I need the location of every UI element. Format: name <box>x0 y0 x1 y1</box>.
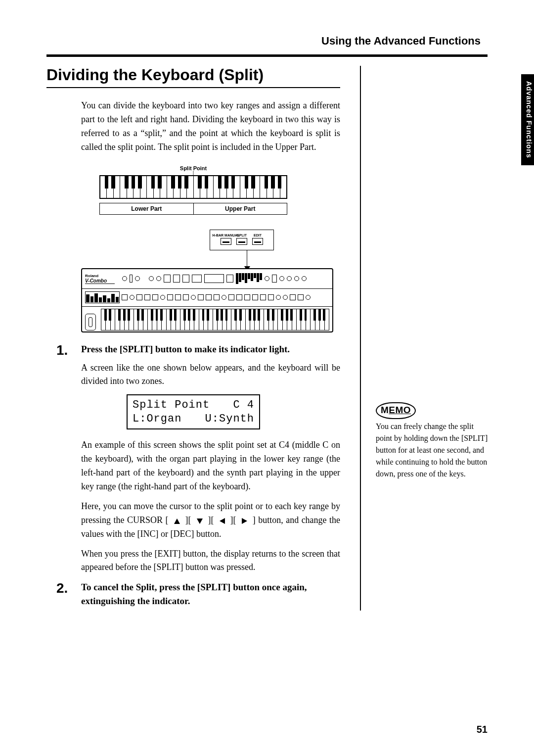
knob-icon <box>130 295 134 300</box>
knob-icon <box>287 276 292 281</box>
sq-icon <box>183 294 189 300</box>
knob-icon <box>135 276 140 281</box>
cursor-up-icon <box>174 519 180 524</box>
keyboard-split-diagram: Split Point │ Lower Part Upper Part <box>99 165 287 215</box>
small-box-icon <box>272 275 277 283</box>
step-number-2: 2. <box>56 580 81 596</box>
small-box-icon <box>226 275 233 283</box>
sq-icon <box>136 294 142 300</box>
lcd-line2-right: U:Synth <box>205 412 254 426</box>
knob-icon <box>122 276 127 281</box>
sq-icon <box>228 294 234 300</box>
step-1-paragraph-4: When you press the [EXIT] button, the di… <box>81 547 340 575</box>
step-1-heading: Press the [SPLIT] button to make its ind… <box>81 342 340 356</box>
step-2-heading: To cancel the Split, press the [SPLIT] b… <box>81 580 340 608</box>
step-1-paragraph-1: A screen like the one shown below appear… <box>81 361 340 389</box>
edit-button-icon <box>252 238 263 245</box>
cursor-left-icon <box>220 518 225 524</box>
pitch-wheel-icon <box>85 314 96 331</box>
small-box-icon <box>164 275 171 283</box>
document-page: Using the Advanced Functions Advanced Fu… <box>0 0 534 756</box>
small-box-icon <box>192 275 202 283</box>
memo-text: You can freely change the split point by… <box>376 421 490 480</box>
knob-icon <box>294 276 299 281</box>
fader-group-icon <box>85 291 120 303</box>
sq-icon <box>298 294 304 300</box>
sq-icon <box>198 294 204 300</box>
drawbar-group-icon <box>236 273 262 284</box>
memo-block: MEMO You can freely change the split poi… <box>376 402 490 480</box>
lcd-line1-left: Split Point <box>133 398 210 412</box>
text: ][ <box>230 515 236 525</box>
small-box-icon <box>173 275 180 283</box>
sq-icon <box>268 294 274 300</box>
button-callout <box>210 230 274 250</box>
content-columns: Dividing the Keyboard (Split) You can di… <box>44 66 490 611</box>
knob-icon <box>156 276 161 281</box>
hbar-manual-button-icon <box>221 238 231 245</box>
split-button-icon <box>236 238 247 245</box>
small-box-icon <box>182 275 189 283</box>
intro-paragraph: You can divide the keyboard into two key… <box>81 99 340 154</box>
synth-mid-panel <box>82 289 332 307</box>
chapter-header: Using the Advanced Functions <box>44 35 481 47</box>
step-1: 1. Press the [SPLIT] button to make its … <box>56 342 340 358</box>
synth-logo: Roland V-Combo <box>85 269 120 288</box>
small-box-icon <box>130 275 133 283</box>
sq-icon <box>214 294 220 300</box>
header-rule <box>46 54 488 57</box>
mini-keyboard-graphic <box>101 309 329 331</box>
sq-icon <box>175 294 181 300</box>
knob-icon <box>306 295 311 300</box>
keyboard-graphic <box>99 175 287 199</box>
knob-icon <box>191 295 196 300</box>
brand-label: Roland <box>85 274 120 278</box>
section-title: Dividing the Keyboard (Split) <box>46 66 340 88</box>
side-tab-advanced-functions: Advanced Functions <box>521 74 534 165</box>
knob-icon <box>160 295 165 300</box>
memo-label-text: MEMO <box>381 405 411 415</box>
step-2: 2. To cancel the Split, press the [SPLIT… <box>56 580 340 608</box>
knob-icon <box>302 276 307 281</box>
callout-pointer-icon <box>247 250 248 270</box>
cursor-down-icon <box>197 519 203 524</box>
lcd-screen-display: Split Point C 4 L:Organ U:Synth <box>127 394 260 429</box>
knob-icon <box>279 276 284 281</box>
upper-part-label: Upper Part <box>194 203 287 214</box>
sq-icon <box>236 294 242 300</box>
step-1-paragraph-2: An example of this screen shows the spli… <box>81 438 340 494</box>
knob-icon <box>283 295 288 300</box>
text: ][ <box>185 515 191 525</box>
sq-icon <box>290 294 296 300</box>
knob-icon <box>276 295 281 300</box>
sq-icon <box>122 294 128 300</box>
lcd-line2-left: L:Organ <box>133 412 181 426</box>
part-labels: Lower Part Upper Part <box>99 203 287 215</box>
sq-icon <box>244 294 250 300</box>
lcd-icon <box>204 274 224 283</box>
knob-icon <box>149 276 154 281</box>
sq-icon <box>260 294 266 300</box>
step-number-1: 1. <box>56 342 81 358</box>
cursor-right-icon <box>242 518 247 524</box>
sq-icon <box>144 294 150 300</box>
side-column: MEMO You can freely change the split poi… <box>361 66 490 611</box>
lcd-line1-right: C 4 <box>233 398 254 412</box>
sq-icon <box>152 294 158 300</box>
sq-icon <box>252 294 258 300</box>
step-1-paragraph-3: Here, you can move the cursor to the spl… <box>81 500 340 541</box>
synth-body: Roland V-Combo <box>81 268 333 332</box>
model-label: V-Combo <box>85 278 115 284</box>
main-column: Dividing the Keyboard (Split) You can di… <box>44 66 361 611</box>
knob-icon <box>265 276 269 281</box>
lower-part-label: Lower Part <box>100 203 194 214</box>
text: ][ <box>208 515 214 525</box>
sq-icon <box>167 294 173 300</box>
sq-icon <box>206 294 212 300</box>
synth-top-panel: Roland V-Combo <box>82 269 332 289</box>
synth-keys-row <box>82 307 332 332</box>
synth-panel-illustration: Roland V-Combo <box>81 230 340 332</box>
knob-icon <box>222 295 226 300</box>
memo-label: MEMO <box>376 402 416 419</box>
split-point-label: Split Point <box>99 165 287 171</box>
